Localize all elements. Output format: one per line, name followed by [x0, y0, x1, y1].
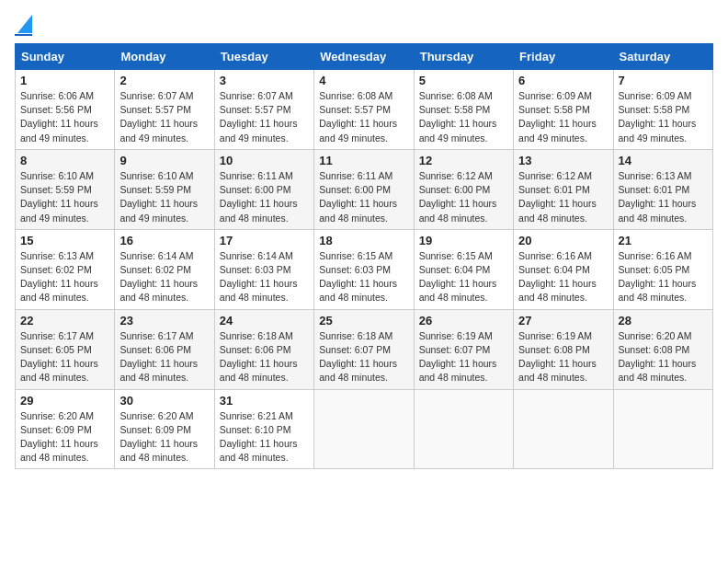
day-number: 5 — [419, 74, 508, 87]
calendar-cell: 4Sunrise: 6:08 AMSunset: 5:57 PMDaylight… — [314, 70, 414, 150]
day-number: 15 — [20, 234, 109, 247]
day-info: Sunrise: 6:19 AMSunset: 6:07 PMDaylight:… — [419, 329, 508, 385]
calendar-cell: 29Sunrise: 6:20 AMSunset: 6:09 PMDayligh… — [16, 389, 115, 469]
calendar-cell: 22Sunrise: 6:17 AMSunset: 6:05 PMDayligh… — [16, 309, 115, 389]
day-info: Sunrise: 6:15 AMSunset: 6:04 PMDaylight:… — [419, 249, 508, 305]
day-info: Sunrise: 6:10 AMSunset: 5:59 PMDaylight:… — [20, 169, 109, 225]
day-info: Sunrise: 6:08 AMSunset: 5:57 PMDaylight:… — [319, 89, 408, 145]
day-info: Sunrise: 6:07 AMSunset: 5:57 PMDaylight:… — [220, 89, 309, 145]
day-number: 28 — [619, 314, 708, 327]
day-header-sunday: Sunday — [16, 44, 115, 70]
day-number: 12 — [419, 154, 508, 167]
day-info: Sunrise: 6:15 AMSunset: 6:03 PMDaylight:… — [319, 249, 408, 305]
calendar-cell: 30Sunrise: 6:20 AMSunset: 6:09 PMDayligh… — [115, 389, 214, 469]
calendar-cell: 5Sunrise: 6:08 AMSunset: 5:58 PMDaylight… — [414, 70, 513, 150]
day-number: 20 — [518, 234, 608, 247]
calendar-cell: 31Sunrise: 6:21 AMSunset: 6:10 PMDayligh… — [214, 389, 313, 469]
logo-underline — [15, 34, 32, 36]
day-header-wednesday: Wednesday — [314, 44, 414, 70]
day-info: Sunrise: 6:20 AMSunset: 6:08 PMDaylight:… — [619, 329, 708, 385]
calendar-cell: 16Sunrise: 6:14 AMSunset: 6:02 PMDayligh… — [115, 229, 214, 309]
day-number: 24 — [220, 314, 309, 327]
day-info: Sunrise: 6:06 AMSunset: 5:56 PMDaylight:… — [20, 89, 109, 145]
day-number: 1 — [20, 74, 109, 87]
calendar-cell: 11Sunrise: 6:11 AMSunset: 6:00 PMDayligh… — [314, 149, 414, 229]
day-info: Sunrise: 6:14 AMSunset: 6:02 PMDaylight:… — [119, 249, 209, 305]
day-number: 19 — [419, 234, 508, 247]
logo — [15, 15, 32, 36]
day-info: Sunrise: 6:12 AMSunset: 6:00 PMDaylight:… — [419, 169, 508, 225]
calendar-cell: 19Sunrise: 6:15 AMSunset: 6:04 PMDayligh… — [414, 229, 513, 309]
day-header-thursday: Thursday — [414, 44, 513, 70]
day-number: 29 — [20, 394, 109, 408]
day-number: 14 — [619, 154, 708, 167]
day-number: 26 — [419, 314, 508, 327]
day-info: Sunrise: 6:13 AMSunset: 6:02 PMDaylight:… — [20, 249, 109, 305]
calendar-cell: 9Sunrise: 6:10 AMSunset: 5:59 PMDaylight… — [115, 149, 214, 229]
day-info: Sunrise: 6:19 AMSunset: 6:08 PMDaylight:… — [518, 329, 608, 385]
calendar-cell: 24Sunrise: 6:18 AMSunset: 6:06 PMDayligh… — [214, 309, 313, 389]
day-number: 8 — [20, 154, 109, 167]
day-number: 25 — [319, 314, 408, 327]
calendar-cell: 8Sunrise: 6:10 AMSunset: 5:59 PMDaylight… — [16, 149, 115, 229]
calendar-cell: 23Sunrise: 6:17 AMSunset: 6:06 PMDayligh… — [115, 309, 214, 389]
day-number: 2 — [119, 74, 209, 87]
day-info: Sunrise: 6:09 AMSunset: 5:58 PMDaylight:… — [619, 89, 708, 145]
calendar-cell — [414, 389, 513, 469]
calendar-cell: 15Sunrise: 6:13 AMSunset: 6:02 PMDayligh… — [16, 229, 115, 309]
day-info: Sunrise: 6:08 AMSunset: 5:58 PMDaylight:… — [419, 89, 508, 145]
day-info: Sunrise: 6:07 AMSunset: 5:57 PMDaylight:… — [119, 89, 209, 145]
day-number: 16 — [119, 234, 209, 247]
calendar-cell: 17Sunrise: 6:14 AMSunset: 6:03 PMDayligh… — [214, 229, 313, 309]
day-info: Sunrise: 6:17 AMSunset: 6:06 PMDaylight:… — [119, 329, 209, 385]
day-number: 3 — [220, 74, 309, 87]
calendar-cell: 18Sunrise: 6:15 AMSunset: 6:03 PMDayligh… — [314, 229, 414, 309]
calendar-cell: 10Sunrise: 6:11 AMSunset: 6:00 PMDayligh… — [214, 149, 313, 229]
logo-arrow-icon — [17, 15, 32, 33]
day-header-friday: Friday — [514, 44, 613, 70]
day-number: 23 — [119, 314, 209, 327]
day-header-monday: Monday — [115, 44, 214, 70]
calendar-cell: 2Sunrise: 6:07 AMSunset: 5:57 PMDaylight… — [115, 70, 214, 150]
calendar-cell: 12Sunrise: 6:12 AMSunset: 6:00 PMDayligh… — [414, 149, 513, 229]
day-info: Sunrise: 6:21 AMSunset: 6:10 PMDaylight:… — [220, 409, 309, 465]
day-info: Sunrise: 6:17 AMSunset: 6:05 PMDaylight:… — [20, 329, 109, 385]
calendar-cell: 20Sunrise: 6:16 AMSunset: 6:04 PMDayligh… — [514, 229, 613, 309]
day-header-tuesday: Tuesday — [214, 44, 313, 70]
day-info: Sunrise: 6:16 AMSunset: 6:05 PMDaylight:… — [619, 249, 708, 305]
day-number: 27 — [518, 314, 608, 327]
calendar-cell: 26Sunrise: 6:19 AMSunset: 6:07 PMDayligh… — [414, 309, 513, 389]
calendar-cell — [613, 389, 712, 469]
day-info: Sunrise: 6:11 AMSunset: 6:00 PMDaylight:… — [220, 169, 309, 225]
day-info: Sunrise: 6:18 AMSunset: 6:07 PMDaylight:… — [319, 329, 408, 385]
calendar-cell: 27Sunrise: 6:19 AMSunset: 6:08 PMDayligh… — [514, 309, 613, 389]
day-info: Sunrise: 6:16 AMSunset: 6:04 PMDaylight:… — [518, 249, 608, 305]
calendar-cell — [514, 389, 613, 469]
calendar-table: SundayMondayTuesdayWednesdayThursdayFrid… — [15, 43, 713, 469]
day-number: 31 — [220, 394, 309, 408]
day-info: Sunrise: 6:09 AMSunset: 5:58 PMDaylight:… — [518, 89, 608, 145]
day-info: Sunrise: 6:18 AMSunset: 6:06 PMDaylight:… — [220, 329, 309, 385]
calendar-cell: 3Sunrise: 6:07 AMSunset: 5:57 PMDaylight… — [214, 70, 313, 150]
calendar-cell — [314, 389, 414, 469]
day-info: Sunrise: 6:20 AMSunset: 6:09 PMDaylight:… — [119, 409, 209, 465]
calendar-cell: 6Sunrise: 6:09 AMSunset: 5:58 PMDaylight… — [514, 70, 613, 150]
day-number: 9 — [119, 154, 209, 167]
day-number: 22 — [20, 314, 109, 327]
day-number: 13 — [518, 154, 608, 167]
svg-marker-0 — [17, 15, 32, 33]
day-info: Sunrise: 6:13 AMSunset: 6:01 PMDaylight:… — [619, 169, 708, 225]
day-number: 10 — [220, 154, 309, 167]
calendar-cell: 7Sunrise: 6:09 AMSunset: 5:58 PMDaylight… — [613, 70, 712, 150]
calendar-cell: 1Sunrise: 6:06 AMSunset: 5:56 PMDaylight… — [16, 70, 115, 150]
calendar-cell: 14Sunrise: 6:13 AMSunset: 6:01 PMDayligh… — [613, 149, 712, 229]
calendar-cell: 21Sunrise: 6:16 AMSunset: 6:05 PMDayligh… — [613, 229, 712, 309]
day-number: 7 — [619, 74, 708, 87]
day-header-saturday: Saturday — [613, 44, 712, 70]
day-number: 17 — [220, 234, 309, 247]
calendar-cell: 13Sunrise: 6:12 AMSunset: 6:01 PMDayligh… — [514, 149, 613, 229]
day-info: Sunrise: 6:12 AMSunset: 6:01 PMDaylight:… — [518, 169, 608, 225]
day-number: 11 — [319, 154, 408, 167]
calendar-cell: 28Sunrise: 6:20 AMSunset: 6:08 PMDayligh… — [613, 309, 712, 389]
day-number: 6 — [518, 74, 608, 87]
